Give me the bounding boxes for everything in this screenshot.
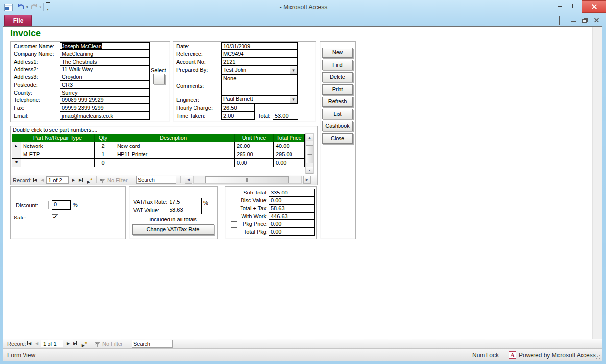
scroll-right-icon[interactable]: ▶: [303, 176, 311, 184]
col-part-no[interactable]: Part No/Repair Type: [21, 134, 95, 142]
scroll-left-icon[interactable]: ◀: [185, 176, 192, 184]
datasheet-vscrollbar[interactable]: ▲ ▼: [305, 133, 314, 174]
date-field[interactable]: 10/31/2009: [221, 42, 298, 50]
last-record-button[interactable]: ▶: [72, 340, 79, 347]
record-position[interactable]: 1 of 1: [41, 340, 63, 347]
file-tab[interactable]: File: [4, 15, 32, 26]
selector-header[interactable]: [12, 134, 21, 142]
company-name-field[interactable]: MacCleaning: [60, 50, 150, 58]
no-filter-toggle[interactable]: No Filter: [102, 341, 123, 347]
cell-qty[interactable]: 1: [95, 150, 112, 158]
reference-field[interactable]: MC9494: [221, 50, 298, 58]
vat-rate-field[interactable]: 17.5: [168, 198, 202, 206]
no-filter-toggle[interactable]: No Filter: [107, 177, 128, 183]
customer-name-field[interactable]: Joseph McClean: [60, 42, 150, 50]
cell-part[interactable]: Network: [21, 142, 95, 150]
engineer-dropdown-icon[interactable]: ▾: [290, 96, 297, 103]
col-qty[interactable]: Qty: [95, 134, 112, 142]
total-field[interactable]: 53.00: [273, 112, 298, 120]
total-pkg-field[interactable]: 0.00: [269, 228, 315, 236]
telephone-field[interactable]: 09089 999 29929: [60, 96, 150, 104]
discount-field[interactable]: 0: [52, 200, 71, 210]
address1-field[interactable]: The Chestnuts: [60, 58, 150, 66]
hourly-charge-field[interactable]: 26.50: [221, 104, 255, 112]
postcode-field[interactable]: CR3: [60, 81, 150, 89]
cell-unit-price[interactable]: 295.00: [235, 150, 274, 158]
with-work-field[interactable]: 446.63: [269, 212, 315, 220]
col-description[interactable]: Description: [112, 134, 235, 142]
list-button[interactable]: List: [322, 109, 353, 119]
filter-funnel-icon[interactable]: [99, 177, 106, 186]
document-minimize-icon[interactable]: [571, 21, 576, 22]
parts-hscrollbar[interactable]: [193, 176, 302, 184]
vat-value-field[interactable]: 58.63: [168, 206, 202, 214]
minimize-button[interactable]: [553, 1, 567, 11]
resize-grip[interactable]: [595, 354, 600, 359]
next-record-button[interactable]: ▶: [65, 340, 72, 347]
address2-field[interactable]: 11 Walk Way: [60, 65, 150, 73]
cell-description[interactable]: New card: [112, 142, 235, 150]
document-restore-icon[interactable]: [582, 18, 588, 23]
total-plus-tax-field[interactable]: 58.63: [269, 204, 315, 212]
cell-unit-price[interactable]: 0.00: [235, 159, 274, 167]
pkg-price-field[interactable]: 0.00: [269, 220, 315, 228]
fax-field[interactable]: 09999 2399 9299: [60, 104, 150, 112]
row-selector-new-icon[interactable]: *: [12, 159, 21, 167]
address3-field[interactable]: Croydon: [60, 73, 150, 81]
disc-value-field[interactable]: 0.00: [269, 196, 315, 204]
comments-field[interactable]: None: [221, 74, 298, 95]
maximize-button[interactable]: [567, 1, 582, 11]
refresh-button[interactable]: Refresh: [322, 97, 353, 107]
cell-total-price[interactable]: 40.00: [274, 142, 304, 150]
close-form-button[interactable]: Close: [322, 133, 353, 144]
form-vertical-scrollbar[interactable]: [592, 27, 602, 339]
delete-button[interactable]: Delete: [322, 72, 353, 82]
scroll-down-icon[interactable]: ▼: [306, 167, 313, 174]
cell-unit-price[interactable]: 20.00: [235, 142, 274, 150]
cell-part[interactable]: M-ETP: [21, 150, 95, 158]
new-record-button[interactable]: ▶*: [85, 177, 94, 184]
scroll-up-icon[interactable]: ▲: [306, 134, 313, 141]
main-search-input[interactable]: [132, 340, 173, 348]
cashbook-button[interactable]: Cashbook: [322, 121, 353, 131]
next-record-button[interactable]: ▶: [70, 177, 77, 184]
row-selector[interactable]: [12, 150, 21, 158]
cell-description[interactable]: [112, 159, 235, 167]
document-close-icon[interactable]: [594, 17, 599, 23]
last-record-button[interactable]: ▶: [77, 177, 84, 184]
sub-total-field[interactable]: 335.00: [269, 189, 315, 196]
prepared-by-combo[interactable]: Test John ▾: [221, 66, 298, 74]
prepared-by-dropdown-icon[interactable]: ▾: [290, 66, 297, 74]
cell-part[interactable]: [21, 159, 95, 167]
previous-record-button[interactable]: ◀: [39, 177, 46, 184]
previous-record-button[interactable]: ◀: [33, 340, 40, 347]
first-record-button[interactable]: ◀: [31, 177, 38, 184]
new-record-button[interactable]: ▶*: [80, 340, 89, 347]
email-field[interactable]: jmac@macleans.co.k: [60, 112, 150, 120]
first-record-button[interactable]: ◀: [26, 340, 33, 347]
select-button[interactable]: [153, 74, 165, 84]
cell-total-price[interactable]: 0.00: [274, 159, 304, 167]
print-button[interactable]: Print: [322, 84, 353, 95]
new-button[interactable]: New: [322, 48, 353, 58]
row-selector-current-icon[interactable]: ►: [12, 142, 21, 150]
parts-search-input[interactable]: [136, 176, 176, 184]
collapse-ribbon-icon[interactable]: [559, 17, 560, 26]
cell-qty[interactable]: 2: [95, 142, 112, 150]
col-unit-price[interactable]: Unit Price: [235, 134, 274, 142]
vscrollbar-thumb[interactable]: [306, 145, 313, 163]
sale-checkbox[interactable]: ✓: [52, 214, 58, 220]
hscrollbar-thumb[interactable]: [205, 176, 289, 183]
cell-total-price[interactable]: 295.00: [274, 150, 304, 158]
close-button[interactable]: [582, 0, 606, 13]
record-position[interactable]: 1 of 2: [46, 176, 69, 184]
account-no-field[interactable]: 2121: [221, 58, 298, 66]
cell-qty[interactable]: 0: [95, 159, 112, 167]
cell-description[interactable]: HP11 Printer: [112, 150, 235, 158]
time-taken-field[interactable]: 2.00: [221, 112, 255, 120]
find-button[interactable]: Find: [322, 60, 353, 70]
col-total-price[interactable]: Total Price: [274, 134, 304, 142]
county-field[interactable]: Surrey: [60, 89, 150, 97]
engineer-combo[interactable]: Paul Barnett ▾: [221, 95, 298, 104]
change-vat-rate-button[interactable]: Change VAT/Tax Rate: [132, 224, 214, 235]
